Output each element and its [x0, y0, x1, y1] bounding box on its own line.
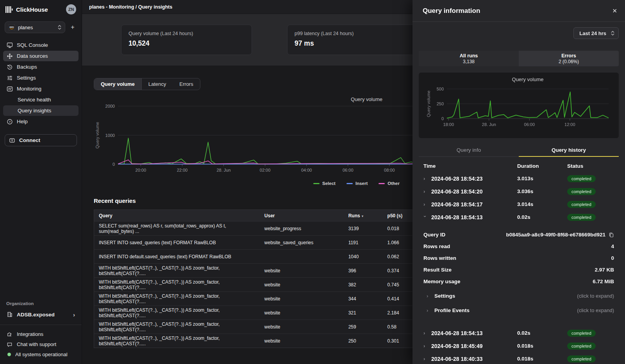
history-row[interactable]: ›2024-06-28 18:54:23 3.013s completed	[423, 172, 614, 185]
runs-cell: 250	[344, 334, 383, 348]
tab-latency[interactable]: Latency	[142, 78, 173, 90]
query-cell: INSERT INTO default.saved_queries (text)…	[94, 250, 260, 264]
svg-text:2000: 2000	[105, 104, 115, 108]
expand-hint: (click to expand)	[577, 307, 614, 313]
timerange-value: Last 24 hrs	[579, 30, 606, 36]
sidebar-item-monitoring[interactable]: Monitoring	[3, 83, 79, 94]
user-cell: website	[260, 292, 344, 306]
sidebar-item-integrations[interactable]: Integrations	[0, 329, 82, 339]
stat-value: 97 ms	[295, 39, 411, 48]
svg-text:0: 0	[441, 116, 444, 121]
table-row[interactable]: WITH bitShiftLeft(CAST(?..), _CAST(?..))…	[94, 264, 418, 278]
backups-icon	[7, 64, 13, 70]
legend-item-select[interactable]: Select	[313, 181, 336, 186]
copy-icon[interactable]	[609, 232, 614, 238]
clickhouse-logo-icon[interactable]	[5, 6, 13, 13]
status-badge: completed	[567, 343, 596, 350]
sidebar-item-settings[interactable]: Settings	[3, 73, 79, 83]
history-row[interactable]: ›2024-06-28 18:54:20 3.036s completed	[423, 185, 614, 198]
chevron-right-icon: ›	[427, 307, 430, 313]
table-row[interactable]: WITH bitShiftLeft(CAST(?..), _CAST(?..))…	[94, 334, 418, 348]
svg-text:06:00: 06:00	[343, 168, 354, 172]
tab-query-history[interactable]: Query history	[519, 144, 619, 156]
add-service-button[interactable]: +	[68, 24, 77, 31]
legend-item-insert[interactable]: Insert	[346, 181, 368, 186]
history-time: 2024-06-28 18:54:13	[431, 214, 483, 220]
connect-button[interactable]: Connect	[5, 134, 77, 146]
query-history-bottom: ›2024-06-28 18:54:13 0.02s completed ›20…	[419, 322, 619, 364]
table-row[interactable]: WITH bitShiftLeft(CAST(?..), _CAST(?..))…	[94, 320, 418, 334]
history-time: 2024-06-28 18:54:13	[431, 330, 483, 336]
history-row[interactable]: ›2024-06-28 18:40:33 0.018s completed	[423, 352, 614, 364]
stat-label: p99 latency (Last 24 hours)	[295, 31, 411, 36]
settings-expand-row[interactable]: › Settings (click to expand)	[423, 293, 614, 299]
user-cell: website	[260, 264, 344, 278]
legend-item-other[interactable]: Other	[379, 181, 400, 186]
stat-value: 10,524	[129, 39, 245, 48]
history-row[interactable]: ›2024-06-28 18:54:13 0.02s completed	[423, 211, 614, 224]
sidebar-item-backups[interactable]: Backups	[3, 62, 79, 72]
detail-label: Rows read	[423, 243, 450, 249]
sidebar-item-chat-support[interactable]: Chat with support	[0, 339, 82, 349]
brand-title: ClickHouse	[16, 6, 48, 13]
svg-text:12:00: 12:00	[564, 122, 575, 127]
tab-query-info[interactable]: Query info	[419, 144, 519, 156]
table-row[interactable]: WITH bitShiftLeft(CAST(?..), _CAST(?..))…	[94, 278, 418, 292]
history-row[interactable]: ›2024-06-28 18:45:49 0.018s completed	[423, 339, 614, 352]
runs-cell: 1191	[344, 236, 383, 250]
drawer-tabs: Query info Query history	[419, 144, 619, 157]
column-header-runs[interactable]: Runs▾	[344, 210, 383, 222]
legend-label: Insert	[355, 181, 368, 186]
table-row[interactable]: INSERT INTO saved_queries (text) FORMAT …	[94, 236, 418, 250]
table-row[interactable]: WITH bitShiftLeft(CAST(?..), _CAST(?..))…	[94, 306, 418, 320]
runs-cell: 344	[344, 292, 383, 306]
stat-label: Query volume (Last 24 hours)	[129, 31, 245, 36]
history-row[interactable]: ›2024-06-28 18:54:13 0.02s completed	[423, 327, 614, 339]
data-sources-icon	[7, 53, 13, 59]
settings-sliders-icon	[7, 75, 13, 81]
query-cell: WITH bitShiftLeft(CAST(?..), _CAST(?..))…	[94, 278, 260, 292]
table-row[interactable]: SELECT sum(read_rows) AS r, sum(total_ro…	[94, 222, 418, 236]
mini-query-volume-chart: 0250500Query volumeQuery volume18:0028. …	[420, 75, 617, 133]
chevron-right-icon: ›	[423, 343, 427, 349]
sidebar-item-label: Query insights	[18, 108, 51, 114]
footer-item-label: Integrations	[17, 331, 43, 337]
runs-cell: 259	[344, 320, 383, 334]
connect-icon	[9, 137, 15, 144]
table-row[interactable]: WITH bitShiftLeft(CAST(?..), _CAST(?..))…	[94, 292, 418, 306]
tab-query-volume[interactable]: Query volume	[94, 78, 142, 90]
sidebar-item-help[interactable]: ? Help	[3, 116, 79, 127]
column-header-query[interactable]: Query	[94, 210, 260, 222]
expandable-label: Profile Events	[434, 307, 470, 313]
segment-value: 3,138	[419, 59, 519, 64]
chevron-right-icon: ›	[422, 216, 428, 219]
column-header-user[interactable]: User	[260, 210, 344, 222]
sidebar-item-query-insights[interactable]: Query insights	[3, 105, 79, 116]
tab-errors[interactable]: Errors	[173, 78, 200, 90]
system-status[interactable]: All systems operational	[0, 349, 82, 359]
user-cell: website	[260, 278, 344, 292]
history-time: 2024-06-28 18:54:23	[431, 176, 483, 182]
close-icon[interactable]: ✕	[612, 7, 617, 14]
history-row[interactable]: ›2024-06-28 18:54:17 3.014s completed	[423, 198, 614, 211]
chevron-right-icon: ›	[423, 188, 427, 194]
status-badge: completed	[567, 214, 596, 221]
sidebar-item-sql-console[interactable]: SQL Console	[3, 40, 79, 50]
sidebar-item-service-health[interactable]: Service health	[3, 94, 79, 105]
timerange-select[interactable]: Last 24 hrs	[573, 27, 619, 39]
column-header-duration: Duration	[517, 163, 567, 169]
legend-label: Other	[388, 181, 400, 186]
user-avatar[interactable]: ZN	[66, 4, 76, 14]
segment-all-runs[interactable]: All runs 3,138	[419, 51, 519, 66]
service-selector[interactable]: aws planes	[5, 21, 65, 33]
table-row[interactable]: INSERT INTO default.saved_queries (text)…	[94, 250, 418, 264]
history-duration: 0.02s	[517, 214, 567, 220]
segment-errors[interactable]: Errors 2 (0.06%)	[519, 51, 619, 66]
segment-label: All runs	[419, 53, 519, 59]
profile-events-expand-row[interactable]: › Profile Events (click to expand)	[423, 307, 614, 313]
organization-switcher[interactable]: ADSB.exposed ›	[3, 309, 79, 320]
status-ok-icon	[7, 353, 11, 356]
svg-text:aws: aws	[9, 26, 14, 28]
sidebar-item-data-sources[interactable]: Data sources	[3, 51, 79, 61]
chart-tabs: Query volume Latency Errors	[94, 78, 200, 90]
